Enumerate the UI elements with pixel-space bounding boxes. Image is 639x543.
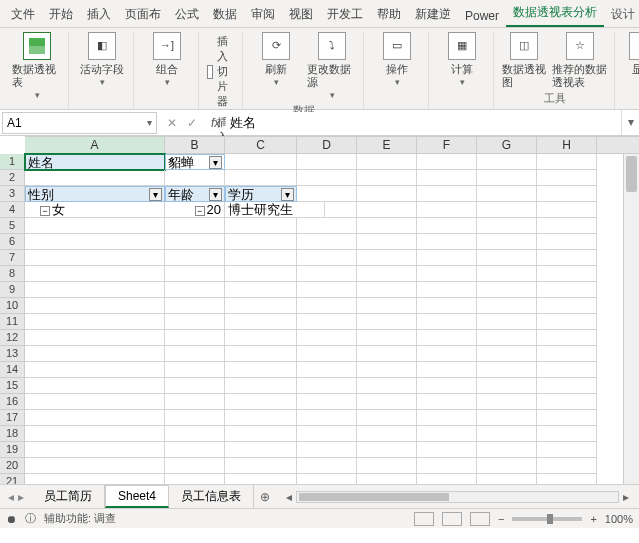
cell[interactable] [357, 426, 417, 442]
scrollbar-thumb[interactable] [626, 156, 637, 192]
cell[interactable] [417, 330, 477, 346]
cell[interactable] [537, 298, 597, 314]
cell[interactable] [417, 314, 477, 330]
cell[interactable] [25, 250, 165, 266]
cell[interactable] [297, 234, 357, 250]
cell[interactable] [297, 250, 357, 266]
cell[interactable] [417, 186, 477, 202]
horizontal-scrollbar[interactable] [296, 491, 619, 503]
cell[interactable] [537, 346, 597, 362]
row-header-11[interactable]: 11 [0, 314, 24, 330]
cell[interactable] [417, 362, 477, 378]
cell[interactable] [225, 362, 297, 378]
cell-B4[interactable]: −20 [165, 202, 225, 218]
cell[interactable] [537, 458, 597, 474]
row-header-4[interactable]: 4 [0, 202, 24, 218]
row-header-7[interactable]: 7 [0, 250, 24, 266]
confirm-icon[interactable]: ✓ [187, 116, 197, 130]
pivot-table-button[interactable]: 数据透视表 ▾ [12, 32, 62, 101]
cell[interactable] [25, 266, 165, 282]
cell[interactable] [357, 474, 417, 484]
col-header-G[interactable]: G [477, 137, 537, 153]
pivot-chart-button[interactable]: ◫ 数据透视图 [502, 32, 546, 89]
cell[interactable] [477, 362, 537, 378]
row-header-3[interactable]: 3 [0, 186, 24, 202]
cell[interactable] [477, 170, 537, 186]
collapse-icon[interactable]: − [40, 206, 50, 216]
fx-icon[interactable]: fx [205, 116, 226, 130]
cell[interactable] [357, 314, 417, 330]
pivot-page-value[interactable]: 貂蝉 ▾ [165, 154, 225, 170]
cell[interactable] [225, 426, 297, 442]
cell[interactable] [417, 346, 477, 362]
cell[interactable] [357, 442, 417, 458]
cell[interactable] [537, 394, 597, 410]
cell[interactable] [297, 442, 357, 458]
cell[interactable] [297, 186, 357, 202]
tab-view[interactable]: 视图 [282, 2, 320, 27]
cell[interactable] [225, 266, 297, 282]
cell[interactable] [357, 378, 417, 394]
cell[interactable] [417, 250, 477, 266]
dropdown-icon[interactable]: ▾ [149, 188, 162, 201]
insert-slicer-button[interactable]: 插入切片器 [207, 32, 236, 111]
zoom-out-icon[interactable]: − [498, 513, 504, 525]
row-header-12[interactable]: 12 [0, 330, 24, 346]
row-header-2[interactable]: 2 [0, 170, 24, 186]
cell[interactable] [165, 410, 225, 426]
cell-A4[interactable]: −女 [25, 202, 165, 218]
cell[interactable] [25, 170, 165, 186]
cell[interactable] [357, 250, 417, 266]
cell[interactable] [165, 394, 225, 410]
row-header-9[interactable]: 9 [0, 282, 24, 298]
cell[interactable] [477, 410, 537, 426]
cell[interactable] [165, 426, 225, 442]
cell[interactable] [537, 202, 597, 218]
cell[interactable] [297, 282, 357, 298]
tab-power[interactable]: Power [458, 5, 506, 27]
cell[interactable] [165, 442, 225, 458]
cell[interactable] [357, 202, 417, 218]
cell[interactable] [477, 154, 537, 170]
cell[interactable] [477, 218, 537, 234]
change-source-button[interactable]: ⤵ 更改数据源 ▾ [307, 32, 357, 101]
cell[interactable] [357, 298, 417, 314]
col-header-E[interactable]: E [357, 137, 417, 153]
scroll-right-icon[interactable]: ▸ [619, 490, 633, 504]
sheet-prev-icon[interactable]: ◂ [8, 490, 14, 504]
cell[interactable] [25, 426, 165, 442]
record-icon[interactable]: ⏺ [6, 513, 17, 525]
pivot-row-field-2[interactable]: 年龄 ▾ [165, 186, 225, 202]
cell[interactable] [225, 474, 297, 484]
name-box[interactable]: A1 ▾ [2, 112, 157, 134]
cell[interactable] [297, 202, 357, 218]
cell[interactable] [165, 170, 225, 186]
add-sheet-button[interactable]: ⊕ [254, 490, 276, 504]
cell[interactable] [25, 282, 165, 298]
cell[interactable] [537, 154, 597, 170]
col-header-C[interactable]: C [225, 137, 297, 153]
cell[interactable] [165, 282, 225, 298]
cell[interactable] [537, 234, 597, 250]
cell[interactable] [417, 442, 477, 458]
cell[interactable] [537, 378, 597, 394]
cell[interactable] [417, 218, 477, 234]
cell[interactable] [25, 330, 165, 346]
cell[interactable] [225, 378, 297, 394]
row-header-8[interactable]: 8 [0, 266, 24, 282]
cell[interactable] [417, 202, 477, 218]
tab-developer[interactable]: 开发工 [320, 2, 370, 27]
sheet-tab-3[interactable]: 员工信息表 [169, 485, 254, 508]
cell[interactable] [417, 154, 477, 170]
view-page-button[interactable] [442, 512, 462, 526]
cell[interactable] [537, 474, 597, 484]
cell[interactable] [165, 266, 225, 282]
calc-button[interactable]: ▦ 计算 ▾ [437, 32, 487, 88]
collapse-icon[interactable]: − [195, 206, 205, 216]
cell[interactable] [357, 170, 417, 186]
cell[interactable] [537, 442, 597, 458]
cell[interactable] [25, 458, 165, 474]
col-header-D[interactable]: D [297, 137, 357, 153]
show-button[interactable]: ▤ 显示 ▾ [623, 32, 639, 88]
cell[interactable] [25, 298, 165, 314]
